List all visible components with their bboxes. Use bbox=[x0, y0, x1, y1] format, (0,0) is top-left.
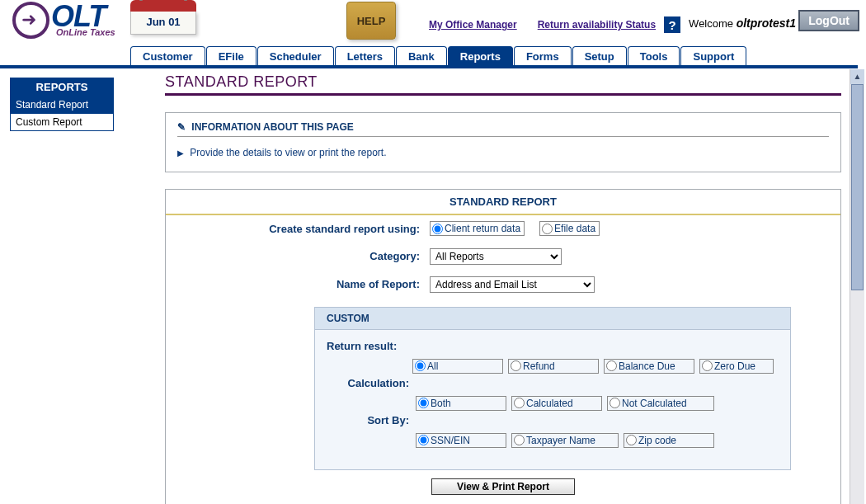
sort-by-radio[interactable] bbox=[514, 435, 525, 445]
return-result-label: All bbox=[427, 360, 438, 372]
logo-swirl-icon bbox=[12, 2, 49, 39]
scrollbar[interactable]: ▲ bbox=[850, 69, 864, 504]
view-print-button[interactable]: View & Print Report bbox=[431, 478, 575, 495]
name-of-report-select[interactable]: Address and Email List bbox=[430, 276, 595, 293]
calculation-label: Both bbox=[431, 398, 451, 409]
logo-text-sub: OnLine Taxes bbox=[56, 27, 115, 37]
info-text: Provide the details to view or print the… bbox=[190, 147, 386, 158]
sidebar-item-custom-report[interactable]: Custom Report bbox=[11, 113, 113, 130]
logo[interactable]: OLT OnLine Taxes bbox=[12, 2, 115, 39]
custom-heading: CUSTOM bbox=[315, 308, 790, 330]
tab-efile[interactable]: EFile bbox=[206, 46, 257, 66]
sort-by-option-ssn/ein[interactable]: SSN/EIN bbox=[416, 433, 506, 448]
form-title: STANDARD REPORT bbox=[166, 190, 840, 214]
create-using-option-client-return-data[interactable]: Client return data bbox=[430, 221, 525, 236]
tab-bank[interactable]: Bank bbox=[396, 46, 447, 66]
calculation-label: Not Calculated bbox=[622, 398, 687, 409]
sort-by-radio[interactable] bbox=[418, 435, 429, 445]
info-panel: ✎ INFORMATION ABOUT THIS PAGE ▶ Provide … bbox=[165, 112, 841, 172]
main-tabs: CustomerEFileSchedulerLettersBankReports… bbox=[130, 46, 747, 66]
return-result-option-balance-due[interactable]: Balance Due bbox=[604, 359, 694, 374]
return-result-option-refund[interactable]: Refund bbox=[508, 359, 599, 374]
sort-by-label: Taxpayer Name bbox=[526, 435, 595, 446]
calculation-option-both[interactable]: Both bbox=[416, 396, 506, 411]
calculation-option-not-calculated[interactable]: Not Calculated bbox=[607, 396, 714, 411]
tab-setup[interactable]: Setup bbox=[572, 46, 627, 66]
return-result-label: Zero Due bbox=[714, 360, 755, 372]
create-using-label: Create standard report using: bbox=[166, 223, 430, 235]
welcome-text: Welcome oltprotest1 bbox=[689, 16, 796, 30]
sort-by-option-taxpayer-name[interactable]: Taxpayer Name bbox=[511, 433, 619, 448]
name-of-report-label: Name of Report: bbox=[166, 278, 430, 290]
return-result-option-all[interactable]: All bbox=[412, 359, 503, 374]
calculation-radio[interactable] bbox=[514, 398, 525, 408]
calendar-date: Jun 01 bbox=[130, 12, 196, 35]
return-result-radio[interactable] bbox=[511, 360, 521, 371]
category-select[interactable]: All Reports bbox=[430, 248, 562, 265]
sidebar-item-standard-report[interactable]: Standard Report bbox=[11, 96, 113, 113]
sort-by-radio[interactable] bbox=[626, 435, 637, 445]
calculation-label: Calculated bbox=[526, 398, 573, 409]
custom-panel: CUSTOM Return result: AllRefundBalance D… bbox=[314, 307, 791, 470]
help-icon[interactable]: HELP bbox=[346, 2, 396, 40]
help-question-icon[interactable]: ? bbox=[664, 16, 680, 33]
create-using-option-efile-data[interactable]: Efile data bbox=[539, 221, 600, 236]
triangle-icon: ▶ bbox=[177, 148, 184, 158]
create-using-radio[interactable] bbox=[542, 224, 553, 234]
calendar-widget[interactable]: Jun 01 bbox=[130, 0, 196, 35]
return-result-radio[interactable] bbox=[415, 360, 426, 371]
sort-by-label: Sort By: bbox=[327, 414, 409, 426]
return-result-label: Refund bbox=[523, 360, 555, 372]
tab-underline bbox=[0, 65, 858, 68]
return-result-radio[interactable] bbox=[606, 360, 617, 371]
return-result-option-zero-due[interactable]: Zero Due bbox=[699, 359, 774, 374]
tab-letters[interactable]: Letters bbox=[335, 46, 395, 66]
tab-support[interactable]: Support bbox=[680, 46, 746, 66]
calculation-option-calculated[interactable]: Calculated bbox=[511, 396, 602, 411]
calculation-radio[interactable] bbox=[418, 398, 429, 408]
pencil-icon: ✎ bbox=[177, 121, 186, 133]
info-heading: INFORMATION ABOUT THIS PAGE bbox=[191, 121, 353, 133]
username: oltprotest1 bbox=[737, 16, 796, 30]
tab-forms[interactable]: Forms bbox=[514, 46, 572, 66]
standard-report-form: STANDARD REPORT Create standard report u… bbox=[165, 189, 841, 504]
create-using-label: Client return data bbox=[445, 223, 520, 234]
category-label: Category: bbox=[166, 250, 430, 262]
sidebar-title: REPORTS bbox=[11, 78, 113, 96]
link-my-office-manager[interactable]: My Office Manager bbox=[429, 19, 517, 31]
sort-by-label: Zip code bbox=[638, 435, 676, 446]
sort-by-label: SSN/EIN bbox=[431, 435, 470, 446]
link-return-availability[interactable]: Return availability Status bbox=[538, 19, 656, 31]
create-using-label: Efile data bbox=[554, 223, 595, 234]
tab-customer[interactable]: Customer bbox=[130, 46, 205, 66]
tab-tools[interactable]: Tools bbox=[628, 46, 680, 66]
return-result-radio[interactable] bbox=[702, 360, 713, 371]
tab-reports[interactable]: Reports bbox=[448, 46, 513, 66]
create-using-radio[interactable] bbox=[432, 224, 443, 234]
sort-by-option-zip-code[interactable]: Zip code bbox=[624, 433, 714, 448]
scroll-up-icon[interactable]: ▲ bbox=[850, 69, 864, 84]
scroll-thumb[interactable] bbox=[851, 84, 864, 290]
logout-button[interactable]: LogOut bbox=[798, 10, 859, 31]
sidebar-reports-box: REPORTS Standard ReportCustom Report bbox=[10, 78, 114, 131]
page-title: STANDARD REPORT bbox=[165, 73, 841, 96]
calculation-radio[interactable] bbox=[609, 398, 620, 408]
tab-scheduler[interactable]: Scheduler bbox=[257, 46, 334, 66]
calculation-label: Calculation: bbox=[327, 377, 409, 389]
return-result-label: Return result: bbox=[327, 340, 409, 352]
return-result-label: Balance Due bbox=[619, 360, 675, 372]
